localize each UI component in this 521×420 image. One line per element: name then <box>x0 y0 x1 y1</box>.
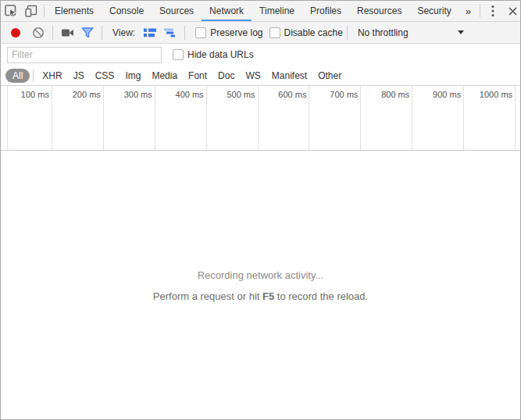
resource-type-filterbar: All XHR JS CSS Img Media Font Doc WS Man… <box>1 66 520 86</box>
reload-hint-text: Perform a request or hit F5 to record th… <box>1 290 520 302</box>
separator <box>347 26 348 40</box>
preserve-log-control[interactable]: Preserve log <box>195 27 262 38</box>
large-rows-toggle-button[interactable] <box>140 28 160 37</box>
filter-input[interactable] <box>7 47 162 63</box>
separator <box>52 26 53 40</box>
ruler-tick: 200 ms <box>52 86 104 150</box>
separator <box>480 5 480 17</box>
tab-resources[interactable]: Resources <box>349 1 409 21</box>
type-filter-js[interactable]: JS <box>68 70 90 81</box>
disable-cache-control[interactable]: Disable cache <box>269 27 343 38</box>
clear-icon <box>32 27 45 39</box>
disable-cache-label: Disable cache <box>284 27 343 38</box>
ruler-tick: 700 ms <box>309 86 361 150</box>
throttling-value: No throttling <box>358 27 409 38</box>
type-filter-other[interactable]: Other <box>312 70 347 81</box>
timeline-ruler: 100 ms 200 ms 300 ms 400 ms 500 ms 600 m… <box>1 86 520 151</box>
recording-status-text: Recording network activity... <box>1 269 520 281</box>
type-filter-font[interactable]: Font <box>183 70 212 81</box>
inspect-element-button[interactable] <box>1 1 21 21</box>
close-icon <box>509 7 517 16</box>
more-options-button[interactable] <box>483 1 503 21</box>
device-toolbar-button[interactable] <box>21 1 41 21</box>
filter-funnel-icon <box>81 27 94 38</box>
screenshot-camera-icon <box>61 28 74 37</box>
tab-overflow-chevron[interactable]: » <box>459 1 477 21</box>
tab-network[interactable]: Network <box>202 1 252 21</box>
overview-toggle-button[interactable] <box>160 28 180 37</box>
inspect-icon <box>4 4 18 18</box>
requests-empty-area: Recording network activity... Perform a … <box>1 151 520 419</box>
device-toolbar-icon <box>24 4 38 18</box>
devtools-tabbar: Elements Console Sources Network Timelin… <box>1 1 520 22</box>
type-filter-img[interactable]: Img <box>120 70 146 81</box>
preserve-log-checkbox[interactable] <box>195 27 206 38</box>
hide-data-urls-checkbox[interactable] <box>173 49 184 60</box>
view-label: View: <box>112 27 135 38</box>
preserve-log-label: Preserve log <box>210 27 262 38</box>
devtools-window: Elements Console Sources Network Timelin… <box>0 0 521 420</box>
separator <box>44 5 45 17</box>
type-filter-media[interactable]: Media <box>146 70 183 81</box>
hide-data-urls-control[interactable]: Hide data URLs <box>173 49 254 60</box>
ruler-tick: 600 ms <box>259 86 310 150</box>
tab-security[interactable]: Security <box>409 1 459 21</box>
type-filter-manifest[interactable]: Manifest <box>266 70 312 81</box>
tabbar-right-controls <box>477 1 521 21</box>
type-filter-all[interactable]: All <box>5 69 30 83</box>
clear-button[interactable] <box>28 27 48 39</box>
filter-row: Hide data URLs <box>1 44 520 66</box>
network-toolbar: View: Preserve l <box>1 22 520 44</box>
large-rows-icon <box>144 28 156 37</box>
ruler-tick: 300 ms <box>104 86 155 150</box>
ruler-tick: 500 ms <box>207 86 259 150</box>
throttling-select[interactable]: No throttling <box>358 27 464 38</box>
hide-data-urls-label: Hide data URLs <box>187 49 254 60</box>
type-filter-doc[interactable]: Doc <box>212 70 240 81</box>
ruler-tick: 100 ms <box>1 86 52 150</box>
ruler-tick: 800 ms <box>361 86 412 150</box>
tab-timeline[interactable]: Timeline <box>252 1 302 21</box>
overview-waterfall-icon <box>164 28 177 37</box>
type-filter-xhr[interactable]: XHR <box>37 70 67 81</box>
screenshot-button[interactable] <box>57 28 77 37</box>
more-icon <box>491 5 494 17</box>
separator <box>33 69 34 82</box>
tab-sources[interactable]: Sources <box>152 1 202 21</box>
tab-profiles[interactable]: Profiles <box>302 1 349 21</box>
tab-console[interactable]: Console <box>102 1 152 21</box>
record-button[interactable] <box>11 28 20 37</box>
f5-key-text: F5 <box>262 290 274 302</box>
filter-toggle-button[interactable] <box>77 27 98 38</box>
tab-elements[interactable]: Elements <box>47 1 102 21</box>
type-filter-ws[interactable]: WS <box>240 70 266 81</box>
ruler-tick: 900 ms <box>412 86 464 150</box>
ruler-tick: 400 ms <box>155 86 207 150</box>
separator <box>102 26 102 40</box>
dropdown-arrow-icon <box>458 30 464 34</box>
ruler-origin-line <box>7 86 8 150</box>
type-filter-css[interactable]: CSS <box>90 70 120 81</box>
disable-cache-checkbox[interactable] <box>269 27 280 38</box>
close-button[interactable] <box>503 1 521 21</box>
separator <box>184 26 185 40</box>
ruler-tick: 1000 ms <box>464 86 516 150</box>
